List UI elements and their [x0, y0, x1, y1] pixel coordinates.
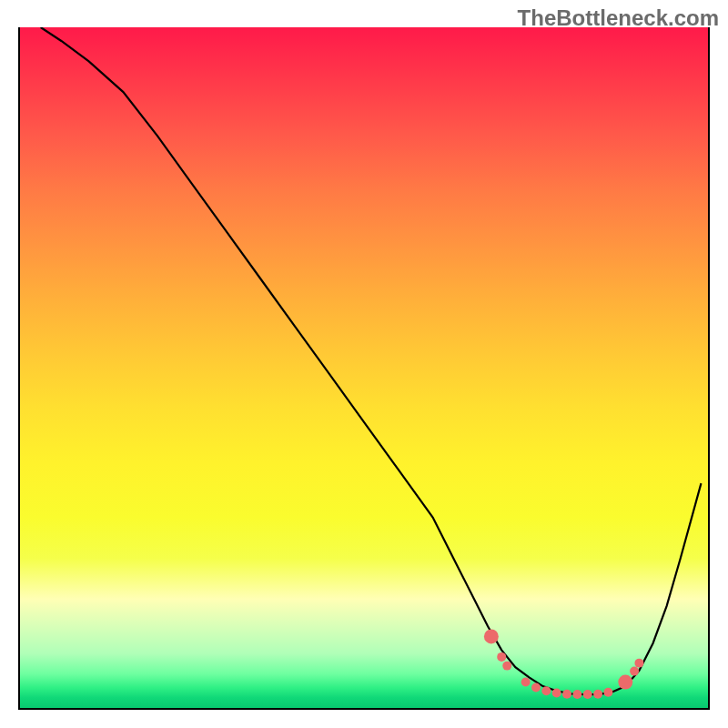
curve-marker — [497, 652, 506, 662]
curve-marker — [484, 629, 499, 643]
bottleneck-curve — [41, 27, 702, 694]
curve-marker — [630, 667, 639, 676]
watermark-text: TheBottleneck.com — [518, 5, 719, 31]
plot-area — [18, 27, 710, 710]
curve-marker — [562, 690, 571, 699]
curve-marker — [541, 686, 551, 695]
curve-marker — [593, 690, 602, 699]
curve-marker — [531, 683, 541, 693]
curve-marker — [552, 689, 561, 698]
curve-marker — [634, 659, 643, 668]
curve-marker — [502, 662, 511, 671]
curve-marker — [603, 688, 612, 697]
curve-marker — [572, 690, 581, 699]
chart-svg — [20, 27, 708, 708]
curve-marker — [521, 678, 531, 687]
curve-marker — [618, 675, 632, 690]
curve-marker — [583, 690, 592, 699]
